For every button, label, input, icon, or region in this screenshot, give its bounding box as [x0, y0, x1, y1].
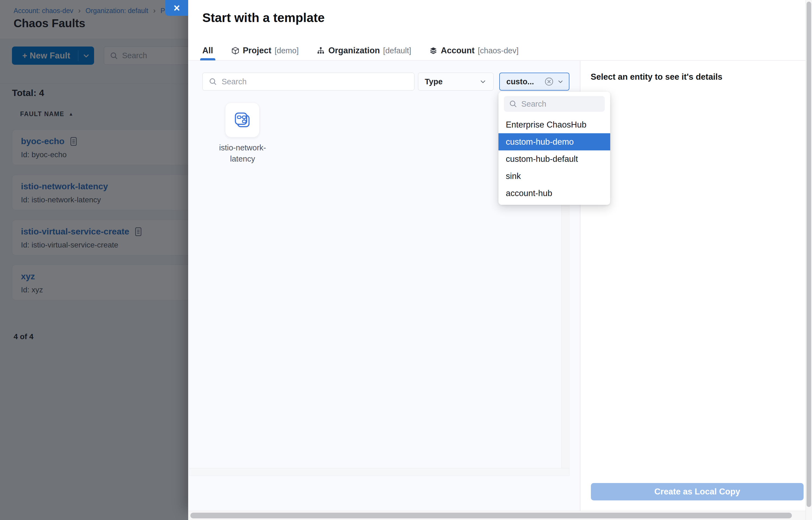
hub-filter-value: custo...	[506, 77, 534, 86]
details-pane: Select an entity to see it's details Cre…	[580, 61, 806, 511]
horizontal-scrollbar[interactable]	[188, 511, 806, 520]
chevron-down-icon	[557, 78, 564, 85]
horizontal-scrollbar-thumb[interactable]	[190, 513, 792, 518]
tab-account[interactable]: Account [chaos-dev]	[429, 41, 519, 60]
cube-icon	[231, 47, 240, 55]
tab-scope: [demo]	[274, 46, 299, 55]
type-filter-dropdown[interactable]: Type	[418, 73, 494, 90]
app-screen: Account: chaos-dev › Organization: defau…	[0, 0, 812, 520]
tab-organization[interactable]: Organization [default]	[317, 41, 411, 60]
vertical-scrollbar[interactable]	[806, 0, 812, 520]
close-icon: ×	[174, 2, 180, 14]
search-icon	[209, 77, 217, 86]
tab-label: Account	[441, 46, 474, 55]
template-card[interactable]	[225, 103, 259, 137]
create-local-copy-button[interactable]: Create as Local Copy	[591, 483, 804, 500]
tab-scope: [default]	[383, 46, 411, 55]
tab-all[interactable]: All	[202, 41, 213, 60]
search-icon	[509, 100, 518, 108]
clear-filter-icon[interactable]	[544, 76, 554, 87]
tab-label: Project	[243, 46, 271, 55]
org-chart-icon	[317, 47, 325, 55]
template-card-label[interactable]: istio-network-latency	[214, 142, 271, 164]
vertical-scrollbar-thumb[interactable]	[807, 2, 811, 507]
hub-filter-dropdown[interactable]: custo...	[499, 73, 570, 90]
chevron-down-icon	[479, 78, 487, 85]
scope-tabs: All Project [demo] Organization [default…	[202, 41, 519, 60]
modal-title: Start with a template	[202, 10, 325, 25]
tab-project[interactable]: Project [demo]	[231, 41, 299, 60]
hub-dropdown-menu: Enterprise ChaosHub custom-hub-demo cust…	[498, 92, 610, 205]
template-search-box[interactable]	[202, 73, 414, 90]
hub-dropdown-search-input[interactable]	[521, 100, 600, 108]
hub-option-account-hub[interactable]: account-hub	[498, 185, 610, 202]
tab-label: Organization	[328, 46, 379, 55]
grid-horizontal-scrollbar[interactable]	[189, 468, 569, 476]
modal-content: Type custo...	[188, 61, 806, 511]
workflow-template-icon	[234, 111, 251, 129]
details-placeholder: Select an entity to see it's details	[591, 72, 723, 82]
close-button[interactable]: ×	[165, 0, 188, 16]
template-modal: × Start with a template All Project [dem…	[188, 0, 806, 511]
hub-dropdown-search-box[interactable]	[504, 96, 605, 112]
template-search-input[interactable]	[221, 77, 408, 86]
hub-option-enterprise-chaoshub[interactable]: Enterprise ChaosHub	[498, 116, 610, 133]
tab-scope: [chaos-dev]	[478, 46, 519, 55]
type-filter-label: Type	[425, 77, 443, 86]
hub-option-custom-hub-demo[interactable]: custom-hub-demo	[498, 133, 610, 150]
hub-option-custom-hub-default[interactable]: custom-hub-default	[498, 150, 610, 167]
hub-option-sink[interactable]: sink	[498, 167, 610, 185]
layers-icon	[429, 47, 438, 55]
tab-label: All	[202, 46, 213, 55]
